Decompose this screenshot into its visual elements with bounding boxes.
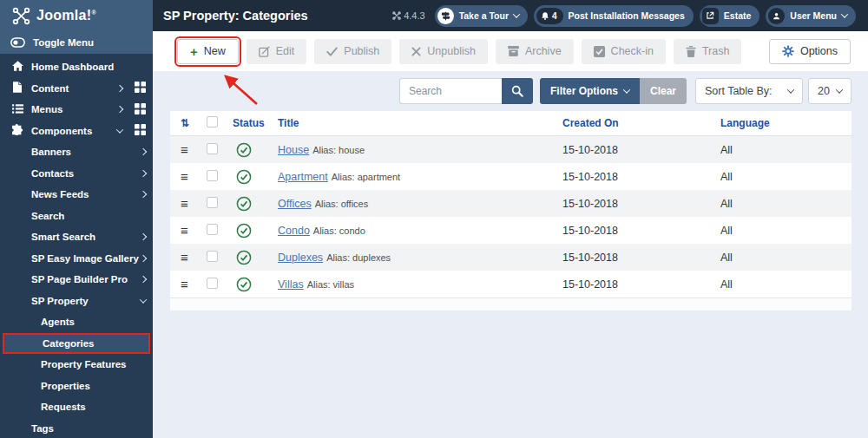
page-size-select[interactable]: 20 xyxy=(808,78,852,104)
tour-signpost-icon xyxy=(437,8,454,24)
sidebar-item-content[interactable]: Content xyxy=(0,78,153,100)
sidebar-item-menus[interactable]: Menus xyxy=(0,99,153,121)
chevron-down-icon xyxy=(836,86,843,93)
sidebar-item-smart-search[interactable]: Smart Search xyxy=(0,226,153,248)
filter-group: Filter Options Clear xyxy=(540,78,687,104)
table-row: ≡ CondoAlias: condo 15-10-2018 All xyxy=(170,217,852,244)
plus-icon: + xyxy=(190,45,198,58)
archive-button[interactable]: Archive xyxy=(496,39,574,64)
row-checkbox[interactable] xyxy=(207,278,218,289)
new-button[interactable]: + New xyxy=(177,39,239,64)
table-row: ≡ VillasAlias: villas 15-10-2018 All xyxy=(170,271,852,297)
user-icon xyxy=(768,8,785,24)
status-published-icon[interactable] xyxy=(236,196,252,212)
column-header-title[interactable]: Title xyxy=(278,117,562,129)
estate-preview-button[interactable]: Estate xyxy=(700,5,760,27)
trash-button[interactable]: Trash xyxy=(674,39,742,64)
toggle-menu-button[interactable]: Toggle Menu xyxy=(0,31,153,54)
home-icon xyxy=(10,61,24,73)
sidebar-item-search[interactable]: Search xyxy=(0,206,153,227)
search-button[interactable] xyxy=(502,78,533,104)
drag-handle[interactable]: ≡ xyxy=(181,224,207,237)
take-a-tour-button[interactable]: Take a Tour xyxy=(435,5,528,27)
sidebar-item-sp-property[interactable]: SP Property xyxy=(0,291,153,312)
column-header-created-on[interactable]: Created On xyxy=(562,117,720,129)
category-title-link[interactable]: Villas xyxy=(278,278,304,291)
column-header-language[interactable]: Language xyxy=(720,117,852,129)
column-header-status[interactable]: Status xyxy=(233,117,278,129)
dashboard-grid-icon[interactable] xyxy=(135,124,146,137)
drag-handle[interactable]: ≡ xyxy=(181,143,207,156)
page-title: SP Property: Categories xyxy=(153,9,308,23)
sort-table-by-select[interactable]: Sort Table By: xyxy=(695,78,803,104)
status-published-icon[interactable] xyxy=(236,250,252,265)
sort-ordering-icon[interactable]: ⇅ xyxy=(181,117,207,129)
unpublish-button[interactable]: Unpublish xyxy=(399,39,488,64)
toggle-menu-icon xyxy=(10,37,25,48)
created-on-cell: 15-10-2018 xyxy=(562,171,720,183)
row-checkbox[interactable] xyxy=(207,143,218,154)
sidebar-item-tags[interactable]: Tags xyxy=(0,418,153,438)
drag-handle[interactable]: ≡ xyxy=(181,170,207,183)
row-checkbox[interactable] xyxy=(207,251,218,262)
user-menu-button[interactable]: User Menu xyxy=(766,5,856,27)
row-checkbox[interactable] xyxy=(207,224,218,235)
dashboard-grid-icon[interactable] xyxy=(135,82,146,95)
row-checkbox[interactable] xyxy=(207,170,218,181)
table-row: ≡ ApartmentAlias: apartment 15-10-2018 A… xyxy=(170,163,852,190)
external-link-icon xyxy=(702,8,719,24)
sidebar-item-components[interactable]: Components xyxy=(0,121,153,142)
chevron-down-icon xyxy=(513,10,520,17)
status-published-icon[interactable] xyxy=(236,142,252,158)
select-all-checkbox[interactable] xyxy=(207,116,218,127)
status-published-icon[interactable] xyxy=(236,223,252,239)
edit-button[interactable]: Edit xyxy=(247,39,307,64)
publish-button[interactable]: Publish xyxy=(314,39,391,64)
sidebar-item-categories[interactable]: Categories xyxy=(3,333,150,355)
sidebar-item-requests[interactable]: Requests xyxy=(0,396,153,418)
sidebar-item-agents[interactable]: Agents xyxy=(0,311,153,333)
toolbar: + New Edit Publish Unpublish Archive Che… xyxy=(153,31,868,71)
drag-handle[interactable]: ≡ xyxy=(181,251,207,264)
sidebar-item-news-feeds[interactable]: News Feeds xyxy=(0,184,153,206)
row-checkbox[interactable] xyxy=(207,197,218,208)
category-title-link[interactable]: Condo xyxy=(278,225,310,237)
category-title-link[interactable]: Offices xyxy=(278,198,312,210)
sidebar-item-sp-page-builder-pro[interactable]: SP Page Builder Pro xyxy=(0,269,153,291)
chevron-down-icon xyxy=(787,86,794,93)
language-cell: All xyxy=(720,198,852,210)
filter-options-button[interactable]: Filter Options xyxy=(540,78,640,104)
options-button[interactable]: Options xyxy=(769,39,851,64)
category-title-link[interactable]: House xyxy=(278,144,309,156)
chevron-right-icon xyxy=(140,276,147,283)
components-puzzle-icon xyxy=(10,124,24,137)
drag-handle[interactable]: ≡ xyxy=(181,278,207,291)
joomla-logo-icon xyxy=(12,7,30,25)
status-published-icon[interactable] xyxy=(236,277,252,292)
search-icon xyxy=(511,85,523,97)
menus-list-icon xyxy=(10,104,24,115)
check-in-button[interactable]: Check-in xyxy=(582,39,666,64)
created-on-cell: 15-10-2018 xyxy=(562,225,720,237)
chevron-right-icon xyxy=(116,85,123,92)
chevron-down-icon xyxy=(140,296,147,303)
chevron-right-icon xyxy=(140,170,147,177)
category-title-link[interactable]: Apartment xyxy=(278,171,328,183)
post-installation-messages-button[interactable]: 4 Post Installation Messages xyxy=(534,5,694,27)
sidebar-item-sp-easy-image-gallery[interactable]: SP Easy Image Gallery xyxy=(0,248,153,270)
sidebar-item-properties[interactable]: Properties xyxy=(0,376,153,397)
created-on-cell: 15-10-2018 xyxy=(562,278,720,291)
category-title-link[interactable]: Duplexes xyxy=(278,252,323,264)
chevron-right-icon xyxy=(140,233,147,240)
sidebar-item-banners[interactable]: Banners xyxy=(0,141,153,163)
joomla-logo: Joomla!® xyxy=(0,0,153,31)
status-published-icon[interactable] xyxy=(236,169,252,185)
sidebar-item-home-dashboard[interactable]: Home Dashboard xyxy=(0,56,153,78)
sidebar-item-property-features[interactable]: Property Features xyxy=(0,354,153,376)
clear-button[interactable]: Clear xyxy=(640,78,687,104)
dashboard-grid-icon[interactable] xyxy=(135,103,146,116)
category-alias: Alias: duplexes xyxy=(326,252,391,263)
search-input[interactable] xyxy=(399,78,502,104)
sidebar-item-contacts[interactable]: Contacts xyxy=(0,163,153,185)
drag-handle[interactable]: ≡ xyxy=(181,197,207,210)
